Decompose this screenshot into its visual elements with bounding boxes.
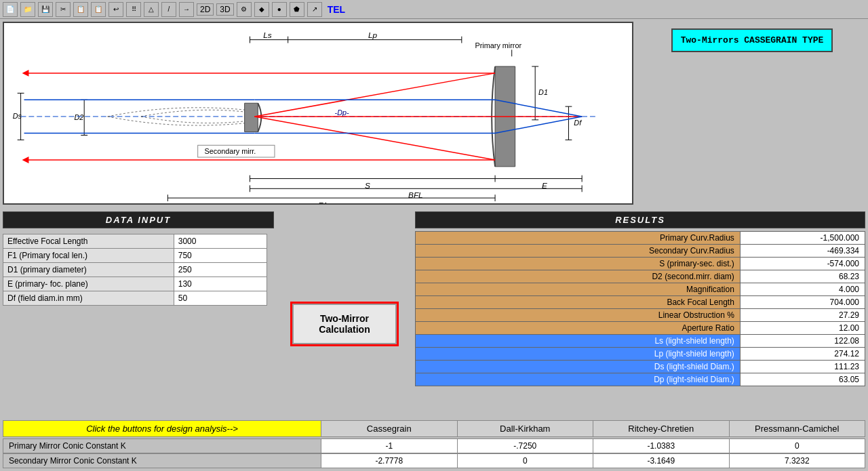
render-icon[interactable]: ⚙ bbox=[237, 2, 252, 17]
middle-section: DATA INPUT Effective Focal Length F1 (Pr… bbox=[0, 209, 868, 417]
data-input-panel: DATA INPUT Effective Focal Length F1 (Pr… bbox=[3, 211, 274, 416]
results-row: Ls (light-shield length) 122.08 bbox=[416, 335, 865, 348]
cassegrain-button[interactable]: Cassegrain bbox=[321, 420, 458, 437]
svg-text:Ds: Ds bbox=[13, 112, 22, 120]
arrow-icon[interactable]: → bbox=[179, 2, 194, 17]
results-value-6: 27.29 bbox=[740, 309, 865, 322]
undo-icon[interactable]: ↩ bbox=[108, 2, 123, 17]
primary-dallkirkham-value: -.7250 bbox=[458, 439, 594, 453]
input-row: Effective Focal Length bbox=[3, 234, 267, 249]
results-label-3: D2 (second.mirr. diam) bbox=[416, 270, 741, 283]
input-value-3[interactable] bbox=[174, 277, 267, 291]
svg-text:S: S bbox=[365, 181, 370, 190]
svg-text:Lp: Lp bbox=[368, 30, 378, 40]
results-row: Back Focal Length 704.000 bbox=[416, 296, 865, 309]
type-label-box: Two-Mirrors CASSEGRAIN TYPE bbox=[639, 22, 865, 206]
results-value-5: 704.000 bbox=[740, 296, 865, 309]
new-icon[interactable]: 📄 bbox=[3, 2, 18, 17]
data-input-header: DATA INPUT bbox=[3, 211, 274, 228]
input-label-4: Df (field diam.in mm) bbox=[3, 291, 174, 306]
grid-icon[interactable]: ⠿ bbox=[126, 2, 141, 17]
3d-button[interactable]: 3D bbox=[216, 3, 233, 16]
pressmann-camichel-button[interactable]: Pressmann-Camichel bbox=[730, 420, 866, 437]
2d-button[interactable]: 2D bbox=[197, 3, 214, 16]
cut-icon[interactable]: ✂ bbox=[56, 2, 71, 17]
svg-marker-29 bbox=[245, 103, 258, 131]
results-row: Magnification 4.000 bbox=[416, 283, 865, 296]
shape-icon[interactable]: ◆ bbox=[254, 2, 269, 17]
results-value-4: 4.000 bbox=[740, 283, 865, 296]
results-label-6: Linear Obstruction % bbox=[416, 309, 741, 322]
two-mirror-calc-button[interactable]: Two-MirrorCalculation bbox=[290, 302, 399, 346]
results-value-2: -574.000 bbox=[740, 258, 865, 270]
bottom-section: Click the buttons for design analysis-->… bbox=[0, 417, 868, 471]
input-row: F1 (Primary focal len.) bbox=[3, 249, 267, 263]
input-value-4[interactable] bbox=[174, 291, 267, 306]
toolbar: 📄 📁 💾 ✂ 📋 📋 ↩ ⠿ △ / → 2D 3D ⚙ ◆ ● ⬟ ↗ TE… bbox=[0, 0, 868, 19]
results-label-9: Lp (light-shield length) bbox=[416, 348, 741, 361]
secondary-ritchey-value: -3.1649 bbox=[593, 454, 730, 468]
results-value-8: 122.08 bbox=[740, 335, 865, 348]
svg-text:Ls: Ls bbox=[263, 30, 272, 40]
results-label-10: Ds (light-shield Diam.) bbox=[416, 361, 741, 373]
svg-text:-Dp-: -Dp- bbox=[335, 108, 349, 117]
calc-panel: Two-MirrorCalculation bbox=[277, 232, 412, 416]
save-icon[interactable]: 💾 bbox=[38, 2, 53, 17]
open-icon[interactable]: 📁 bbox=[20, 2, 35, 17]
results-label-0: Primary Curv.Radius bbox=[416, 232, 741, 245]
export-icon[interactable]: ↗ bbox=[307, 2, 322, 17]
results-row: Lp (light-shield length) 274.12 bbox=[416, 348, 865, 361]
secondary-cassegrain-value: -2.7778 bbox=[321, 454, 458, 468]
triangle-icon[interactable]: △ bbox=[144, 2, 159, 17]
input-value-1[interactable] bbox=[174, 249, 267, 263]
click-buttons-label: Click the buttons for design analysis--> bbox=[3, 420, 321, 437]
results-label-5: Back Focal Length bbox=[416, 296, 741, 309]
results-row: Linear Obstruction % 27.29 bbox=[416, 309, 865, 322]
copy-icon[interactable]: 📋 bbox=[73, 2, 88, 17]
results-row: S (primary-sec. dist.) -574.000 bbox=[416, 258, 865, 270]
svg-text:Secondary mirr.: Secondary mirr. bbox=[205, 147, 256, 155]
results-value-3: 68.23 bbox=[740, 270, 865, 283]
svg-text:D2: D2 bbox=[74, 113, 83, 121]
primary-mirror-row: Primary Mirror Conic Constant K -1 -.725… bbox=[3, 438, 865, 453]
secondary-mirror-label: Secondary Mirror Conic Constant K bbox=[3, 454, 321, 468]
results-value-10: 111.23 bbox=[740, 361, 865, 373]
svg-text:D1: D1 bbox=[538, 88, 548, 96]
primary-ritchey-value: -1.0383 bbox=[593, 439, 730, 453]
paste-icon[interactable]: 📋 bbox=[91, 2, 106, 17]
results-row: Dp (light-shield Diam.) 63.05 bbox=[416, 373, 865, 386]
results-row: Ds (light-shield Diam.) 111.23 bbox=[416, 361, 865, 373]
results-label-1: Secondary Curv.Radius bbox=[416, 245, 741, 258]
bottom-row1: Click the buttons for design analysis-->… bbox=[3, 420, 865, 437]
results-table: Primary Curv.Radius -1,500.000 Secondary… bbox=[415, 231, 865, 386]
svg-text:Df: Df bbox=[574, 119, 582, 127]
input-label-3: E (primary- foc. plane) bbox=[3, 277, 174, 291]
input-label-0: Effective Focal Length bbox=[3, 234, 174, 249]
results-header: RESULTS bbox=[415, 211, 865, 228]
svg-text:Primary mirror: Primary mirror bbox=[475, 41, 522, 49]
results-panel: RESULTS Primary Curv.Radius -1,500.000 S… bbox=[415, 211, 865, 416]
secondary-dallkirkham-value: 0 bbox=[458, 454, 594, 468]
primary-mirror-label: Primary Mirror Conic Constant K bbox=[3, 439, 321, 453]
line-icon[interactable]: / bbox=[161, 2, 176, 17]
results-label-2: S (primary-sec. dist.) bbox=[416, 258, 741, 270]
dall-kirkham-button[interactable]: Dall-Kirkham bbox=[458, 420, 594, 437]
ritchey-chretien-button[interactable]: Ritchey-Chretien bbox=[593, 420, 730, 437]
results-value-9: 274.12 bbox=[740, 348, 865, 361]
input-value-0[interactable] bbox=[174, 234, 267, 249]
svg-text:BFL: BFL bbox=[408, 190, 423, 200]
results-row: Secondary Curv.Radius -469.334 bbox=[416, 245, 865, 258]
results-value-0: -1,500.000 bbox=[740, 232, 865, 245]
results-row: Primary Curv.Radius -1,500.000 bbox=[416, 232, 865, 245]
input-table: Effective Focal Length F1 (Primary focal… bbox=[3, 234, 267, 306]
results-value-1: -469.334 bbox=[740, 245, 865, 258]
input-value-2[interactable] bbox=[174, 263, 267, 277]
results-label-11: Dp (light-shield Diam.) bbox=[416, 373, 741, 386]
primary-pressmann-value: 0 bbox=[730, 439, 866, 453]
secondary-pressmann-value: 7.3232 bbox=[730, 454, 866, 468]
input-row: E (primary- foc. plane) bbox=[3, 277, 267, 291]
poly-icon[interactable]: ⬟ bbox=[290, 2, 304, 17]
main-content: Ls Lp Primary mirror Ds D2 bbox=[0, 19, 868, 471]
primary-cassegrain-value: -1 bbox=[321, 439, 458, 453]
circle-icon[interactable]: ● bbox=[272, 2, 287, 17]
